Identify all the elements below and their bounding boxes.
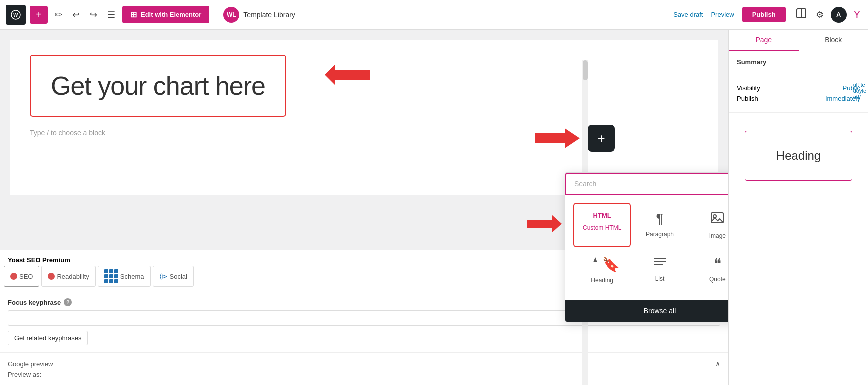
quote-icon: ❝ bbox=[714, 255, 721, 272]
partial-line-1: ult te bbox=[853, 82, 866, 88]
arrow-to-chart bbox=[325, 60, 375, 90]
yoast-tab-schema[interactable]: Schema bbox=[98, 266, 151, 287]
settings-icon-button[interactable]: ⚙ bbox=[814, 7, 826, 22]
heading-icon: 🔖 bbox=[584, 255, 620, 273]
add-block-button[interactable]: + bbox=[30, 6, 48, 24]
partial-line-2: doyle bbox=[853, 88, 866, 94]
edit-with-elementor-button[interactable]: ⊞ Edit with Elementor bbox=[122, 6, 209, 23]
block-picker-popup: 🔍 HTML Custom HTML ¶ Paragr bbox=[565, 172, 728, 322]
plus-icon: + bbox=[597, 131, 605, 146]
list-block-item[interactable]: List bbox=[631, 247, 688, 292]
template-library-button[interactable]: WL Template Library bbox=[223, 7, 295, 23]
yoast-tab-seo[interactable]: SEO bbox=[4, 266, 39, 287]
get-related-keyphrases-button[interactable]: Get related keyphrases bbox=[8, 331, 88, 345]
summary-section: Summary bbox=[729, 51, 868, 77]
google-preview-section: Google preview ∧ Preview as: bbox=[0, 352, 728, 385]
template-library-label: Template Library bbox=[243, 11, 295, 19]
heading-preview-text: Heading bbox=[776, 149, 821, 163]
toolbar-right: Save draft Preview Publish ⚙ A Y bbox=[673, 6, 862, 23]
layout-icon-button[interactable] bbox=[794, 6, 809, 23]
partial-line-3: aft/ bbox=[853, 94, 866, 100]
visibility-section: Visibility Public Publish Immediately bbox=[729, 77, 868, 113]
custom-html-label: Custom HTML bbox=[583, 224, 621, 231]
tab-page[interactable]: Page bbox=[729, 30, 799, 51]
heading-preview-area: Heading bbox=[729, 113, 868, 199]
heading-block-preview: Heading bbox=[745, 131, 852, 181]
plus-button-area: + bbox=[535, 125, 615, 152]
wp-logo: W bbox=[6, 5, 26, 25]
elementor-icon: ⊞ bbox=[130, 10, 137, 19]
help-icon[interactable]: ? bbox=[64, 298, 72, 306]
elementor-label: Edit with Elementor bbox=[141, 11, 201, 18]
toolbar-icons: ⚙ A Y bbox=[794, 6, 862, 23]
arrow-to-plus-button bbox=[535, 126, 580, 151]
canvas-content: Get your chart here Type / to choose a b… bbox=[10, 40, 718, 195]
block-search-input[interactable] bbox=[572, 178, 728, 190]
undo-button[interactable]: ↩ bbox=[69, 7, 83, 22]
browse-all-button[interactable]: Browse all bbox=[565, 300, 728, 322]
publish-row-label: Publish bbox=[737, 95, 758, 102]
svg-marker-6 bbox=[527, 215, 562, 233]
heading-block-item[interactable]: 🔖 Heading bbox=[573, 247, 631, 292]
toolbar: W + ✏ ↩ ↪ ☰ ⊞ Edit with Elementor WL Tem… bbox=[0, 0, 868, 30]
svg-marker-5 bbox=[535, 128, 580, 148]
list-view-button[interactable]: ☰ bbox=[104, 7, 118, 22]
list-icon bbox=[653, 255, 667, 271]
blocks-grid: HTML Custom HTML ¶ Paragraph bbox=[565, 195, 728, 300]
quote-block-item[interactable]: ❝ Quote bbox=[689, 247, 728, 292]
paragraph-label: Paragraph bbox=[646, 231, 674, 238]
image-label: Image bbox=[709, 232, 726, 239]
yoast-tab-social[interactable]: ⟨⊳ Social bbox=[153, 266, 194, 287]
chevron-up-icon[interactable]: ∧ bbox=[715, 360, 720, 368]
add-block-canvas-button[interactable]: + bbox=[588, 125, 615, 152]
heading-label: Heading bbox=[591, 277, 613, 284]
toolbar-left: W + ✏ ↩ ↪ ☰ ⊞ Edit with Elementor WL Tem… bbox=[6, 5, 295, 25]
preview-button[interactable]: Preview bbox=[711, 11, 734, 18]
sidebar-tabs: Page Block bbox=[729, 30, 868, 51]
edit-pen-button[interactable]: ✏ bbox=[52, 7, 65, 22]
list-label: List bbox=[655, 275, 665, 282]
paragraph-block-item[interactable]: ¶ Paragraph bbox=[631, 203, 688, 247]
publish-row: Publish Immediately bbox=[737, 95, 860, 102]
chart-heading-block[interactable]: Get your chart here bbox=[30, 55, 286, 117]
publish-button[interactable]: Publish bbox=[742, 7, 786, 22]
chart-heading-text: Get your chart here bbox=[51, 71, 265, 101]
block-search-container: 🔍 bbox=[565, 173, 728, 195]
arrow-to-custom-html bbox=[527, 214, 562, 234]
custom-html-block-item[interactable]: HTML Custom HTML bbox=[573, 203, 631, 247]
save-draft-button[interactable]: Save draft bbox=[673, 11, 703, 18]
visibility-label: Visibility bbox=[737, 84, 760, 92]
readability-status-dot bbox=[48, 273, 55, 280]
main-area: Get your chart here Type / to choose a b… bbox=[0, 30, 868, 385]
svg-text:W: W bbox=[13, 12, 18, 18]
social-icon: ⟨⊳ bbox=[159, 272, 168, 280]
google-preview-label: Google preview bbox=[8, 360, 53, 368]
preview-as-label: Preview as: bbox=[8, 371, 720, 378]
tab-block[interactable]: Block bbox=[799, 30, 868, 51]
image-block-item[interactable]: Image bbox=[689, 203, 728, 247]
svg-marker-4 bbox=[325, 65, 370, 85]
partial-text-area: ult te doyle aft/ bbox=[851, 80, 868, 102]
image-icon bbox=[710, 211, 724, 228]
editor-canvas[interactable]: Get your chart here Type / to choose a b… bbox=[0, 30, 728, 385]
yoast-tab-readability[interactable]: Readability bbox=[41, 266, 95, 287]
user-avatar: A bbox=[831, 7, 847, 23]
schema-icon bbox=[104, 269, 118, 283]
custom-html-icon: HTML bbox=[593, 212, 611, 220]
yoast-icon-button[interactable]: Y bbox=[852, 7, 862, 22]
visibility-row: Visibility Public bbox=[737, 84, 860, 92]
seo-status-dot bbox=[10, 273, 17, 280]
paragraph-icon: ¶ bbox=[656, 211, 663, 227]
wl-badge: WL bbox=[223, 7, 239, 23]
redo-button[interactable]: ↪ bbox=[87, 7, 100, 22]
right-sidebar: Page Block Summary Visibility Public Pub… bbox=[728, 30, 868, 385]
google-preview-header: Google preview ∧ bbox=[8, 360, 720, 368]
scroll-thumb[interactable] bbox=[583, 60, 588, 80]
quote-label: Quote bbox=[709, 276, 726, 283]
summary-title: Summary bbox=[737, 58, 860, 66]
